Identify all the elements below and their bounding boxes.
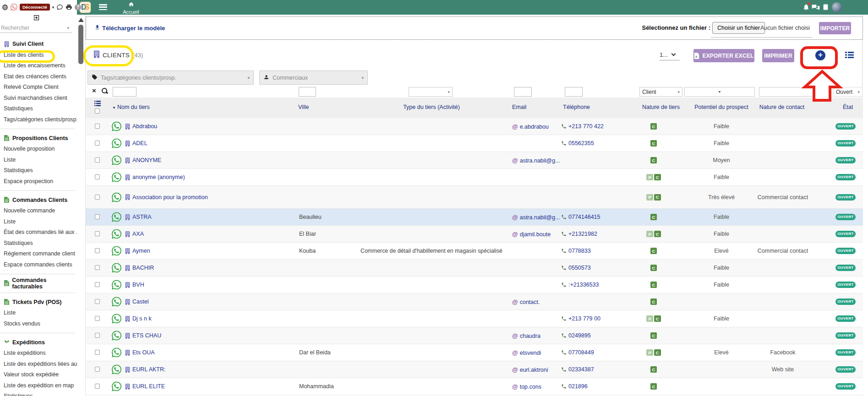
connection-status-badge[interactable]: Déconnecté	[20, 4, 50, 11]
column-header-name[interactable]: ▼Nom du tiers	[112, 104, 150, 110]
client-name-link[interactable]: Dj s n k	[125, 315, 152, 322]
client-name-link[interactable]: Aymen	[125, 248, 150, 254]
email-link[interactable]: @chaudra	[512, 332, 540, 339]
email-link[interactable]: @eurl.aktroni	[512, 366, 548, 373]
filter-status-select[interactable]: Ouvert ▾	[833, 87, 863, 97]
phone-link[interactable]: 0550573	[561, 265, 591, 271]
global-search-input[interactable]: Rechercher ▾	[0, 23, 72, 33]
client-name-link[interactable]: BVH	[125, 282, 144, 288]
sidebar-item-valeur-stock-exp-di-e[interactable]: Valeur stock expédiée	[4, 369, 75, 380]
client-name-link[interactable]: EURL AKTR:	[125, 366, 165, 373]
row-checkbox[interactable]	[95, 265, 100, 270]
client-name-link[interactable]: Castel	[125, 298, 148, 305]
sidebar-item-liste-des-clients[interactable]: Liste des clients	[4, 49, 75, 60]
row-checkbox[interactable]	[95, 282, 100, 287]
sidebar-item-liste-des-exp-ditions-li-es-au[interactable]: Liste des expéditions liées au...	[4, 358, 75, 369]
whatsapp-status-icon[interactable]	[11, 4, 17, 11]
email-link[interactable]: @etsvendi	[512, 349, 541, 356]
list-view-icon[interactable]	[845, 51, 854, 60]
sidebar-item-tags-cat-gories-clients-prosp[interactable]: Tags/catégories clients/prosp.	[4, 114, 75, 125]
client-name-link[interactable]: ETS CHAU	[125, 332, 161, 339]
sidebar-item-liste-des-encaissements[interactable]: Liste des encaissements	[4, 60, 75, 71]
whatsapp-icon[interactable]	[112, 280, 121, 290]
sidebar-item-statistiques[interactable]: Statistiques	[4, 103, 75, 114]
sidebar-item-liste-exp-ditions[interactable]: Liste expéditions	[4, 348, 75, 359]
client-name-link[interactable]: BACHIR	[125, 265, 154, 271]
phone-link[interactable]: 0778833	[561, 248, 591, 254]
column-header-email[interactable]: Email	[512, 104, 526, 110]
row-checkbox[interactable]	[95, 157, 100, 163]
client-name-link[interactable]: Abdrabou	[125, 123, 157, 130]
notifications-bell-icon[interactable]	[802, 3, 810, 13]
download-template-link[interactable]: Télécharger le modèle	[94, 24, 165, 32]
row-checkbox[interactable]	[95, 299, 100, 304]
row-checkbox[interactable]	[95, 174, 100, 179]
email-link[interactable]: @e.abdrabou	[512, 123, 549, 130]
logout-icon[interactable]	[33, 14, 40, 23]
print-icon[interactable]	[66, 4, 72, 11]
column-header-activity[interactable]: Type du tiers (Activité)	[342, 104, 521, 110]
user-avatar[interactable]	[832, 2, 842, 12]
sidebar-item-etat-des-cr-ances-clients[interactable]: Etat des créances clients	[4, 71, 75, 82]
email-link[interactable]: @djamil.boute	[512, 231, 551, 238]
column-header-nature[interactable]: Nature de tiers	[633, 104, 688, 110]
filter-name-input[interactable]	[113, 87, 136, 97]
phone-link[interactable]: :+21336533	[561, 282, 599, 288]
whatsapp-icon[interactable]	[112, 382, 121, 391]
row-checkbox[interactable]	[95, 141, 100, 146]
whatsapp-icon[interactable]	[112, 192, 121, 202]
sidebar-item-statistiques[interactable]: Statistiques	[4, 391, 75, 396]
phone-link[interactable]: +213 770 422	[561, 123, 604, 130]
page-select[interactable]: 1...	[660, 51, 680, 60]
row-checkbox[interactable]	[95, 124, 100, 129]
list-options-icon[interactable]	[94, 100, 101, 108]
row-checkbox[interactable]	[95, 316, 100, 321]
whatsapp-icon[interactable]	[112, 122, 121, 131]
filter-email-input[interactable]	[514, 87, 532, 97]
phone-link[interactable]: 05562355	[561, 140, 594, 146]
phone-link[interactable]: 07708449	[561, 349, 594, 356]
sidebar-item-espace-commandes-clients[interactable]: Espace commandes clients	[4, 259, 75, 270]
client-name-link[interactable]: anonyme (anonyme)	[125, 174, 185, 180]
client-name-link[interactable]: ANONYME	[125, 157, 161, 163]
row-checkbox[interactable]	[95, 214, 100, 219]
filter-city-input[interactable]	[299, 87, 316, 97]
sidebar-item-liste-des-exp-dition-en-map[interactable]: Liste des expédition en map	[4, 380, 75, 391]
filter-phone-input[interactable]	[565, 87, 583, 97]
phone-link[interactable]: 021896	[561, 383, 588, 390]
whatsapp-icon[interactable]	[112, 246, 121, 256]
column-header-status[interactable]: État	[837, 104, 859, 110]
tags-filter-select[interactable]: Tags/catégories clients/prosp. ▾	[87, 71, 254, 85]
whatsapp-icon[interactable]	[112, 156, 121, 165]
filter-nature-select[interactable]: Client ▾	[639, 87, 682, 97]
whatsapp-icon[interactable]	[112, 263, 121, 273]
sidebar-item-liste[interactable]: Liste	[4, 154, 75, 165]
sidebar-item-espace-prospection[interactable]: Espace prospection	[4, 176, 75, 187]
whatsapp-icon[interactable]	[112, 139, 121, 148]
column-header-contact[interactable]: Nature de contact	[745, 104, 819, 110]
phone-link[interactable]: 0774146415	[561, 214, 601, 220]
client-name-link[interactable]: EURL ELITE	[125, 383, 165, 390]
import-button[interactable]: IMPORTER	[819, 22, 851, 34]
row-checkbox[interactable]	[95, 248, 100, 253]
sidebar-section-commandes-clients[interactable]: Commandes Clients	[4, 195, 75, 206]
whatsapp-icon[interactable]	[112, 365, 121, 374]
sidebar-item-tat-des-commandes-li-aux[interactable]: État des commandes lié aux ...	[4, 227, 75, 238]
sidebar-item-nouvelle-proposition[interactable]: Nouvelle proposition	[4, 144, 75, 155]
sidebar-section-tickets-pdv-pos[interactable]: Tickets Pdv (POS)	[4, 297, 75, 308]
phone-link[interactable]: +213 779 00	[561, 315, 601, 322]
whatsapp-icon[interactable]	[112, 297, 121, 307]
sidebar-item-liste[interactable]: Liste	[4, 308, 75, 319]
email-link[interactable]: @astra.nabil@g...	[512, 214, 560, 221]
column-header-phone[interactable]: Téléphone	[563, 104, 590, 110]
sidebar-section-commandes-facturables[interactable]: Commandes facturables	[4, 278, 75, 289]
filter-potential-select[interactable]: ▼	[684, 87, 755, 97]
print-list-button[interactable]: IMPRIMER	[762, 49, 794, 62]
tab-accueil[interactable]: Accueil	[120, 1, 142, 15]
whatsapp-icon[interactable]	[112, 348, 121, 358]
email-link[interactable]: @contact.	[512, 298, 540, 305]
phone-link[interactable]: 0249895	[561, 332, 591, 339]
status-caret-icon[interactable]: ▾	[52, 5, 55, 10]
chat-bubble-icon[interactable]	[56, 4, 63, 11]
phone-link[interactable]: 02334387	[561, 366, 594, 373]
